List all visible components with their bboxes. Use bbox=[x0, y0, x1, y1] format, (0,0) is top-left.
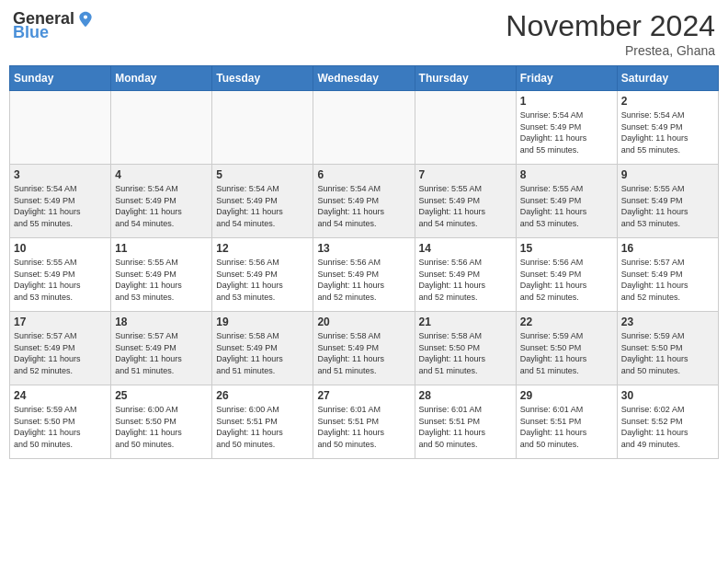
day-info: Sunrise: 6:01 AM Sunset: 5:51 PM Dayligh… bbox=[419, 404, 512, 450]
calendar-day-cell: 17Sunrise: 5:57 AM Sunset: 5:49 PM Dayli… bbox=[10, 312, 111, 385]
day-number: 19 bbox=[216, 316, 309, 328]
calendar-day-cell: 1Sunrise: 5:54 AM Sunset: 5:49 PM Daylig… bbox=[516, 91, 617, 165]
calendar-day-cell: 12Sunrise: 5:56 AM Sunset: 5:49 PM Dayli… bbox=[212, 238, 313, 312]
calendar-day-cell: 13Sunrise: 5:56 AM Sunset: 5:49 PM Dayli… bbox=[313, 238, 415, 312]
day-number: 16 bbox=[621, 242, 714, 255]
day-info: Sunrise: 5:54 AM Sunset: 5:49 PM Dayligh… bbox=[317, 183, 410, 229]
weekday-header-tuesday: Tuesday bbox=[212, 66, 313, 91]
calendar-day-cell: 6Sunrise: 5:54 AM Sunset: 5:49 PM Daylig… bbox=[313, 165, 415, 238]
calendar-day-cell: 10Sunrise: 5:55 AM Sunset: 5:49 PM Dayli… bbox=[10, 238, 111, 312]
logo-blue: Blue bbox=[13, 23, 49, 42]
calendar-table: SundayMondayTuesdayWednesdayThursdayFrid… bbox=[9, 65, 719, 459]
day-info: Sunrise: 5:55 AM Sunset: 5:49 PM Dayligh… bbox=[115, 257, 208, 303]
day-number: 15 bbox=[520, 242, 613, 255]
day-number: 27 bbox=[317, 389, 410, 402]
day-info: Sunrise: 5:55 AM Sunset: 5:49 PM Dayligh… bbox=[520, 183, 613, 229]
day-info: Sunrise: 5:57 AM Sunset: 5:49 PM Dayligh… bbox=[14, 330, 107, 376]
calendar-day-cell: 15Sunrise: 5:56 AM Sunset: 5:49 PM Dayli… bbox=[516, 238, 617, 312]
location: Prestea, Ghana bbox=[506, 43, 715, 58]
day-info: Sunrise: 5:55 AM Sunset: 5:49 PM Dayligh… bbox=[419, 183, 512, 229]
day-info: Sunrise: 5:55 AM Sunset: 5:49 PM Dayligh… bbox=[621, 183, 714, 229]
calendar-day-cell: 19Sunrise: 5:58 AM Sunset: 5:49 PM Dayli… bbox=[212, 312, 313, 385]
calendar-day-cell: 9Sunrise: 5:55 AM Sunset: 5:49 PM Daylig… bbox=[617, 165, 718, 238]
logo-icon bbox=[76, 10, 95, 29]
weekday-header-wednesday: Wednesday bbox=[313, 66, 415, 91]
calendar-day-cell: 21Sunrise: 5:58 AM Sunset: 5:50 PM Dayli… bbox=[415, 312, 516, 385]
calendar-day-cell: 16Sunrise: 5:57 AM Sunset: 5:49 PM Dayli… bbox=[617, 238, 718, 312]
day-info: Sunrise: 5:55 AM Sunset: 5:49 PM Dayligh… bbox=[14, 257, 107, 303]
day-number: 8 bbox=[520, 168, 613, 181]
day-info: Sunrise: 5:54 AM Sunset: 5:49 PM Dayligh… bbox=[520, 109, 613, 155]
day-info: Sunrise: 5:58 AM Sunset: 5:49 PM Dayligh… bbox=[216, 330, 309, 376]
day-info: Sunrise: 5:56 AM Sunset: 5:49 PM Dayligh… bbox=[317, 257, 410, 303]
weekday-header-monday: Monday bbox=[111, 66, 212, 91]
calendar-day-cell bbox=[111, 91, 212, 165]
calendar-day-cell: 20Sunrise: 5:58 AM Sunset: 5:49 PM Dayli… bbox=[313, 312, 415, 385]
day-number: 24 bbox=[14, 389, 107, 402]
day-info: Sunrise: 5:56 AM Sunset: 5:49 PM Dayligh… bbox=[419, 257, 512, 303]
day-number: 26 bbox=[216, 389, 309, 402]
day-info: Sunrise: 5:54 AM Sunset: 5:49 PM Dayligh… bbox=[621, 109, 714, 155]
calendar-day-cell: 24Sunrise: 5:59 AM Sunset: 5:50 PM Dayli… bbox=[10, 385, 111, 459]
calendar-week-row: 10Sunrise: 5:55 AM Sunset: 5:49 PM Dayli… bbox=[10, 238, 719, 312]
calendar-week-row: 3Sunrise: 5:54 AM Sunset: 5:49 PM Daylig… bbox=[10, 165, 719, 238]
calendar-day-cell: 11Sunrise: 5:55 AM Sunset: 5:49 PM Dayli… bbox=[111, 238, 212, 312]
month-title: November 2024 bbox=[506, 9, 715, 43]
day-number: 13 bbox=[317, 242, 410, 255]
calendar-day-cell: 2Sunrise: 5:54 AM Sunset: 5:49 PM Daylig… bbox=[617, 91, 718, 165]
day-info: Sunrise: 6:02 AM Sunset: 5:52 PM Dayligh… bbox=[621, 404, 714, 450]
day-number: 30 bbox=[621, 389, 714, 402]
day-number: 10 bbox=[14, 242, 107, 255]
day-number: 14 bbox=[419, 242, 512, 255]
calendar-day-cell bbox=[415, 91, 516, 165]
day-info: Sunrise: 5:59 AM Sunset: 5:50 PM Dayligh… bbox=[621, 330, 714, 376]
calendar-day-cell: 30Sunrise: 6:02 AM Sunset: 5:52 PM Dayli… bbox=[617, 385, 718, 459]
calendar-day-cell bbox=[212, 91, 313, 165]
day-number: 4 bbox=[115, 168, 208, 181]
logo: General Blue bbox=[13, 9, 95, 42]
day-number: 20 bbox=[317, 316, 410, 328]
day-number: 22 bbox=[520, 316, 613, 328]
day-number: 1 bbox=[520, 95, 613, 108]
day-info: Sunrise: 6:01 AM Sunset: 5:51 PM Dayligh… bbox=[317, 404, 410, 450]
title-section: November 2024 Prestea, Ghana bbox=[506, 9, 715, 58]
day-number: 7 bbox=[419, 168, 512, 181]
calendar-day-cell: 23Sunrise: 5:59 AM Sunset: 5:50 PM Dayli… bbox=[617, 312, 718, 385]
day-number: 11 bbox=[115, 242, 208, 255]
weekday-header-row: SundayMondayTuesdayWednesdayThursdayFrid… bbox=[10, 66, 719, 91]
day-info: Sunrise: 5:57 AM Sunset: 5:49 PM Dayligh… bbox=[621, 257, 714, 303]
day-number: 12 bbox=[216, 242, 309, 255]
day-info: Sunrise: 5:59 AM Sunset: 5:50 PM Dayligh… bbox=[14, 404, 107, 450]
day-number: 29 bbox=[520, 389, 613, 402]
day-info: Sunrise: 6:00 AM Sunset: 5:50 PM Dayligh… bbox=[115, 404, 208, 450]
day-info: Sunrise: 5:56 AM Sunset: 5:49 PM Dayligh… bbox=[520, 257, 613, 303]
calendar-day-cell: 14Sunrise: 5:56 AM Sunset: 5:49 PM Dayli… bbox=[415, 238, 516, 312]
calendar-day-cell: 27Sunrise: 6:01 AM Sunset: 5:51 PM Dayli… bbox=[313, 385, 415, 459]
day-info: Sunrise: 5:54 AM Sunset: 5:49 PM Dayligh… bbox=[115, 183, 208, 229]
day-info: Sunrise: 5:59 AM Sunset: 5:50 PM Dayligh… bbox=[520, 330, 613, 376]
day-number: 9 bbox=[621, 168, 714, 181]
day-number: 25 bbox=[115, 389, 208, 402]
day-number: 2 bbox=[621, 95, 714, 108]
calendar-day-cell: 3Sunrise: 5:54 AM Sunset: 5:49 PM Daylig… bbox=[10, 165, 111, 238]
weekday-header-sunday: Sunday bbox=[10, 66, 111, 91]
day-number: 18 bbox=[115, 316, 208, 328]
day-number: 17 bbox=[14, 316, 107, 328]
calendar-day-cell: 18Sunrise: 5:57 AM Sunset: 5:49 PM Dayli… bbox=[111, 312, 212, 385]
day-number: 21 bbox=[419, 316, 512, 328]
calendar-day-cell: 26Sunrise: 6:00 AM Sunset: 5:51 PM Dayli… bbox=[212, 385, 313, 459]
calendar-day-cell: 22Sunrise: 5:59 AM Sunset: 5:50 PM Dayli… bbox=[516, 312, 617, 385]
calendar-week-row: 24Sunrise: 5:59 AM Sunset: 5:50 PM Dayli… bbox=[10, 385, 719, 459]
calendar-day-cell: 7Sunrise: 5:55 AM Sunset: 5:49 PM Daylig… bbox=[415, 165, 516, 238]
day-info: Sunrise: 5:54 AM Sunset: 5:49 PM Dayligh… bbox=[216, 183, 309, 229]
weekday-header-saturday: Saturday bbox=[617, 66, 718, 91]
calendar-day-cell: 28Sunrise: 6:01 AM Sunset: 5:51 PM Dayli… bbox=[415, 385, 516, 459]
weekday-header-thursday: Thursday bbox=[415, 66, 516, 91]
calendar-day-cell: 25Sunrise: 6:00 AM Sunset: 5:50 PM Dayli… bbox=[111, 385, 212, 459]
day-number: 5 bbox=[216, 168, 309, 181]
day-info: Sunrise: 6:01 AM Sunset: 5:51 PM Dayligh… bbox=[520, 404, 613, 450]
page-header: General Blue November 2024 Prestea, Ghan… bbox=[9, 9, 719, 58]
day-number: 3 bbox=[14, 168, 107, 181]
calendar-week-row: 17Sunrise: 5:57 AM Sunset: 5:49 PM Dayli… bbox=[10, 312, 719, 385]
calendar-day-cell: 8Sunrise: 5:55 AM Sunset: 5:49 PM Daylig… bbox=[516, 165, 617, 238]
